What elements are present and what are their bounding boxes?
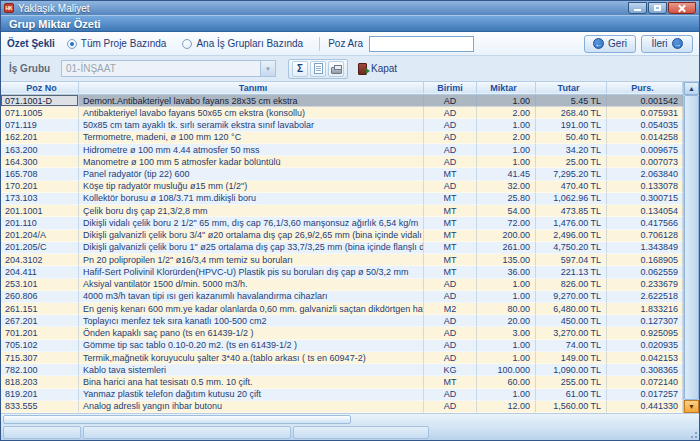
cell-tanim[interactable]: Antibakteriyel lavabo fayans 50x65 cm ek… bbox=[79, 107, 424, 119]
cell-birim[interactable]: MT bbox=[424, 376, 477, 388]
table-row[interactable]: 165.708Panel radyatör (tip 22) 600MT41.4… bbox=[1, 168, 683, 180]
cell-birim[interactable]: AD bbox=[424, 119, 477, 131]
cell-tanim[interactable]: Demont.Antibakteriyel lavabo fayans 28x3… bbox=[79, 95, 424, 107]
cell-birim[interactable]: MT bbox=[424, 205, 477, 217]
table-row[interactable]: 201.205/CDikişli galvanizli çelik boru 1… bbox=[1, 242, 683, 254]
cell-poz[interactable]: 163.200 bbox=[1, 144, 79, 156]
cell-tanim[interactable]: Köşe tip radyatör musluğu ø15 mm (1/2") bbox=[79, 181, 424, 193]
cell-birim[interactable]: AD bbox=[424, 144, 477, 156]
cell-tutar[interactable]: 3,270.00 TL bbox=[536, 327, 607, 339]
cell-purs[interactable]: 0.009675 bbox=[607, 144, 683, 156]
cell-purs[interactable]: 0.020935 bbox=[607, 340, 683, 352]
cell-tutar[interactable]: 34.20 TL bbox=[536, 144, 607, 156]
table-row[interactable]: 170.201Köşe tip radyatör musluğu ø15 mm … bbox=[1, 181, 683, 193]
table-row[interactable]: 701.201Önden kapaklı saç pano (ts en 614… bbox=[1, 327, 683, 339]
table-row[interactable]: 705.102Gömme tip sac tablo 0.10-0.20 m2.… bbox=[1, 340, 683, 352]
cell-birim[interactable]: AD bbox=[424, 401, 477, 413]
resize-grip-icon[interactable] bbox=[688, 429, 698, 439]
cell-tanim[interactable]: Pn 20 polipropilen 1/2" ø16/3,4 mm temiz… bbox=[79, 254, 424, 266]
radio-tum-proje[interactable]: Tüm Proje Bazında bbox=[67, 38, 167, 49]
cell-tutar[interactable]: 5.45 TL bbox=[536, 95, 607, 107]
cell-birim[interactable]: AD bbox=[424, 389, 477, 401]
cell-miktar[interactable]: 12.00 bbox=[477, 401, 536, 413]
cell-tutar[interactable]: 6,480.00 TL bbox=[536, 303, 607, 315]
cell-tutar[interactable]: 9,270.00 TL bbox=[536, 291, 607, 303]
cell-miktar[interactable]: 25.80 bbox=[477, 193, 536, 205]
cell-purs[interactable]: 0.007073 bbox=[607, 156, 683, 168]
cell-birim[interactable]: AD bbox=[424, 352, 477, 364]
cell-miktar[interactable]: 1.00 bbox=[477, 352, 536, 364]
cell-birim[interactable]: AD bbox=[424, 327, 477, 339]
cell-purs[interactable]: 0.441330 bbox=[607, 401, 683, 413]
cell-tanim[interactable]: Panel radyatör (tip 22) 600 bbox=[79, 168, 424, 180]
cell-birim[interactable]: AD bbox=[424, 132, 477, 144]
table-row[interactable]: 164.300Manometre ø 100 mm 5 atmosfer kad… bbox=[1, 156, 683, 168]
cell-birim[interactable]: AD bbox=[424, 181, 477, 193]
cell-miktar[interactable]: 54.00 bbox=[477, 205, 536, 217]
scrollbar-thumb[interactable] bbox=[684, 95, 699, 400]
cell-miktar[interactable]: 41.45 bbox=[477, 168, 536, 180]
cell-tanim[interactable]: Önden kapaklı saç pano (ts en 61439-1/2 … bbox=[79, 327, 424, 339]
cell-birim[interactable]: MT bbox=[424, 242, 477, 254]
cell-purs[interactable]: 1.343849 bbox=[607, 242, 683, 254]
cell-miktar[interactable]: 1.00 bbox=[477, 144, 536, 156]
cell-purs[interactable]: 0.072140 bbox=[607, 376, 683, 388]
cell-tutar[interactable]: 191.00 TL bbox=[536, 119, 607, 131]
cell-purs[interactable]: 0.233679 bbox=[607, 279, 683, 291]
cell-poz[interactable]: 162.201 bbox=[1, 132, 79, 144]
cell-poz[interactable]: 173.103 bbox=[1, 193, 79, 205]
cell-miktar[interactable]: 1.00 bbox=[477, 119, 536, 131]
cell-miktar[interactable]: 1.00 bbox=[477, 291, 536, 303]
cell-tutar[interactable]: 74.00 TL bbox=[536, 340, 607, 352]
table-row[interactable]: 715.307Termik,mağnetik koruyuculu şalter… bbox=[1, 352, 683, 364]
cell-poz[interactable]: 833.555 bbox=[1, 401, 79, 413]
maximize-button[interactable] bbox=[648, 2, 667, 14]
close-button[interactable] bbox=[668, 2, 696, 14]
cell-poz[interactable]: 071.119 bbox=[1, 119, 79, 131]
cell-tanim[interactable]: 4000 m3/h tavan tipi ısı geri kazanımlı … bbox=[79, 291, 424, 303]
cell-purs[interactable]: 0.925095 bbox=[607, 327, 683, 339]
cell-tutar[interactable]: 473.85 TL bbox=[536, 205, 607, 217]
cell-poz[interactable]: 165.708 bbox=[1, 168, 79, 180]
cell-tutar[interactable]: 25.00 TL bbox=[536, 156, 607, 168]
cell-purs[interactable]: 0.017257 bbox=[607, 389, 683, 401]
table-row[interactable]: 071.11950x85 cm tam ayaklı tk. sırlı ser… bbox=[1, 119, 683, 131]
column-header-tutar[interactable]: Tutar bbox=[536, 82, 607, 94]
cell-purs[interactable]: 0.014258 bbox=[607, 132, 683, 144]
cell-tanim[interactable]: Dikişli vidalı çelik boru 2 1/2" 65 mm, … bbox=[79, 217, 424, 229]
cell-tanim[interactable]: Dikişli galvanizli çelik boru 1" ø25 ort… bbox=[79, 242, 424, 254]
horizontal-scrollbar[interactable] bbox=[1, 413, 699, 425]
cell-tanim[interactable]: Gömme tip sac tablo 0.10-0.20 m2. (ts en… bbox=[79, 340, 424, 352]
sum-button[interactable]: Σ bbox=[292, 61, 308, 77]
cell-purs[interactable]: 0.075931 bbox=[607, 107, 683, 119]
cell-tanim[interactable]: Çelik boru dış çap 21,3/2,8 mm bbox=[79, 205, 424, 217]
combo-dropdown-button[interactable]: ▼ bbox=[260, 61, 275, 76]
cell-miktar[interactable]: 100.000 bbox=[477, 364, 536, 376]
cell-tutar[interactable]: 221.13 TL bbox=[536, 266, 607, 278]
cell-purs[interactable]: 0.168905 bbox=[607, 254, 683, 266]
table-row[interactable]: 261.151En geniş kenarı 600 mm.ye kadar o… bbox=[1, 303, 683, 315]
cell-birim[interactable]: MT bbox=[424, 217, 477, 229]
table-row[interactable]: 819.201Yanmaz plastik telefon dağıtım ku… bbox=[1, 389, 683, 401]
cell-poz[interactable]: 071.1005 bbox=[1, 107, 79, 119]
cell-poz[interactable]: 782.100 bbox=[1, 364, 79, 376]
scroll-down-button[interactable]: ▼ bbox=[684, 400, 699, 413]
table-row[interactable]: 201.204/ADikişli galvanizli çelik boru 3… bbox=[1, 230, 683, 242]
cell-birim[interactable]: AD bbox=[424, 156, 477, 168]
cell-birim[interactable]: AD bbox=[424, 107, 477, 119]
cell-tutar[interactable]: 1,062.96 TL bbox=[536, 193, 607, 205]
kapat-button[interactable]: Kapat bbox=[358, 63, 397, 75]
column-header-miktar[interactable]: Miktar bbox=[477, 82, 536, 94]
vertical-scrollbar[interactable]: ▲ ▼ bbox=[683, 82, 699, 413]
table-row[interactable]: 071.1005Antibakteriyel lavabo fayans 50x… bbox=[1, 107, 683, 119]
cell-birim[interactable]: AD bbox=[424, 279, 477, 291]
cell-purs[interactable]: 0.300715 bbox=[607, 193, 683, 205]
cell-tutar[interactable]: 4,750.20 TL bbox=[536, 242, 607, 254]
table-row[interactable]: 201.110Dikişli vidalı çelik boru 2 1/2" … bbox=[1, 217, 683, 229]
cell-tanim[interactable]: En geniş kenarı 600 mm.ye kadar olanlard… bbox=[79, 303, 424, 315]
column-header-birimi[interactable]: Birimi bbox=[424, 82, 477, 94]
cell-miktar[interactable]: 32.00 bbox=[477, 181, 536, 193]
cell-poz[interactable]: 715.307 bbox=[1, 352, 79, 364]
cell-birim[interactable]: KG bbox=[424, 364, 477, 376]
cell-purs[interactable]: 0.127307 bbox=[607, 315, 683, 327]
